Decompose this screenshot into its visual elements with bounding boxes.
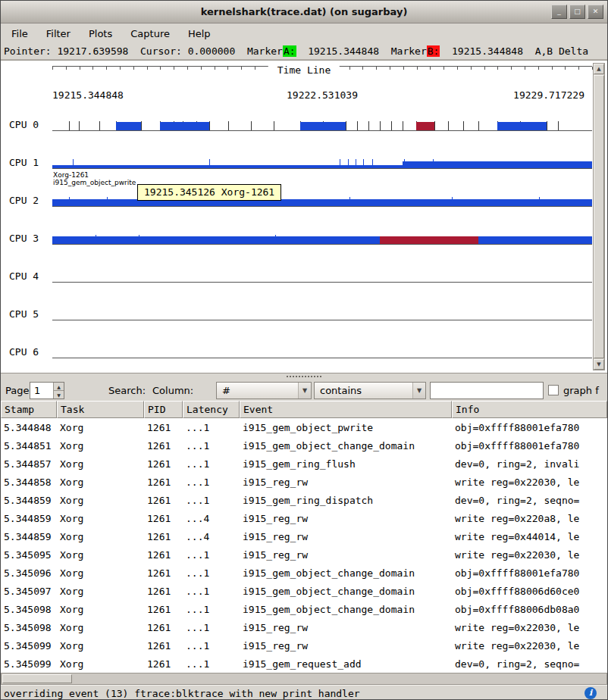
page-spinner[interactable]: 1 ▲ ▼ [30, 382, 64, 399]
table-cell: i915_gem_ring_flush [240, 455, 452, 473]
table-cell: 5.345099 [1, 636, 57, 655]
spinner-buttons: ▲ ▼ [53, 383, 64, 398]
event-tick [209, 121, 210, 130]
info-icon[interactable]: i [584, 687, 597, 699]
ruler-tick [201, 67, 202, 70]
table-cell: 5.345096 [1, 564, 57, 582]
table-cell: Xorg [57, 618, 144, 636]
table-row[interactable]: 5.344851Xorg1261...1i915_gem_object_chan… [1, 436, 607, 455]
table-cell: i915_gem_object_change_domain [240, 582, 452, 600]
graph-follows-checkbox[interactable] [548, 385, 559, 395]
column-header-info[interactable]: Info [452, 401, 607, 418]
table-cell: Xorg [57, 582, 144, 600]
ruler-tick [457, 67, 458, 70]
table-cell: write reg=0x44014, le [452, 527, 607, 545]
menubar: FileFilterPlotsCaptureHelp [1, 23, 607, 43]
cpu-track-0[interactable] [52, 103, 592, 141]
close-button[interactable]: ✕ [588, 5, 603, 19]
timeline-graph-panel: Time Line 19215.344848 19222.531039 1922… [1, 60, 607, 373]
page-label: Page [5, 385, 29, 396]
table-row[interactable]: 5.344859Xorg1261...4i915_reg_rwwrite reg… [1, 509, 607, 527]
maximize-button[interactable]: □ [569, 5, 585, 19]
match-select[interactable]: contains ▼ [314, 382, 426, 399]
table-row[interactable]: 5.345096Xorg1261...1i915_gem_object_chan… [1, 564, 607, 582]
column-select[interactable]: # ▼ [216, 382, 312, 399]
event-tick [357, 121, 358, 130]
scrollbar-thumb[interactable] [2, 674, 72, 683]
table-row[interactable]: 5.345095Xorg1261...1i915_reg_rwwrite reg… [1, 545, 607, 564]
cpu-track-6[interactable] [52, 330, 592, 368]
table-row[interactable]: 5.344859Xorg1261...4i915_reg_rwwrite reg… [1, 527, 607, 545]
cpu-baseline [52, 358, 592, 358]
table-cell: 5.344848 [1, 418, 57, 436]
search-input[interactable] [430, 382, 544, 399]
cpu-band-1: CPU 1 [1, 141, 607, 179]
table-row[interactable]: 5.344858Xorg1261...1i915_reg_rwwrite reg… [1, 473, 607, 491]
column-header-event[interactable]: Event [240, 401, 452, 418]
column-header-stamp[interactable]: Stamp [1, 401, 57, 418]
menu-item-filter[interactable]: Filter [40, 26, 77, 42]
minimize-button[interactable]: _ [551, 5, 567, 19]
table-row[interactable]: 5.344857Xorg1261...1i915_gem_ring_flushd… [1, 455, 607, 473]
pane-splitter[interactable] [1, 373, 607, 380]
cpu-track-5[interactable] [52, 292, 592, 330]
table-cell: write reg=0x22030, le [452, 618, 607, 636]
column-header-latency[interactable]: Latency [183, 401, 240, 418]
cpu-baseline [52, 282, 592, 283]
cpu-track-1[interactable] [52, 141, 592, 179]
event-tick [380, 121, 381, 130]
cpu-track-4[interactable] [52, 255, 592, 292]
table-cell: 1261 [144, 582, 183, 600]
table-cell: ...1 [183, 600, 240, 618]
column-header-pid[interactable]: PID [144, 401, 183, 418]
search-label: Search: [108, 385, 146, 396]
table-row[interactable]: 5.345099Xorg1261...1i915_gem_request_add… [1, 655, 607, 673]
spin-up-icon[interactable]: ▲ [54, 383, 64, 390]
pointer-marker-bar: Pointer: 19217.639598 Cursor: 0.000000 M… [1, 43, 607, 60]
table-cell: Xorg [57, 527, 144, 545]
cpu-baseline [52, 244, 592, 245]
table-horizontal-scrollbar[interactable] [1, 673, 607, 685]
table-row[interactable]: 5.345098Xorg1261...1i915_reg_rwwrite reg… [1, 618, 607, 636]
table-cell: Xorg [57, 636, 144, 655]
column-label: Column: [152, 385, 193, 396]
splitter-handle-icon[interactable] [287, 376, 321, 377]
event-tick [478, 121, 479, 130]
marker-a-chip: A: [283, 45, 296, 57]
table-row[interactable]: 5.345098Xorg1261...1i915_gem_object_chan… [1, 600, 607, 618]
table-cell: 5.345098 [1, 618, 57, 636]
event-tick [346, 121, 346, 130]
table-row[interactable]: 5.344848Xorg1261...1i915_gem_object_pwri… [1, 418, 607, 436]
table-cell: 5.345098 [1, 600, 57, 618]
menu-item-plots[interactable]: Plots [83, 26, 118, 42]
ruler-tick [241, 67, 242, 70]
menu-item-file[interactable]: File [5, 26, 34, 42]
menu-item-capture[interactable]: Capture [124, 26, 176, 42]
ruler-tick [362, 67, 363, 70]
scroll-down-icon[interactable]: ▼ [594, 359, 604, 370]
ruler-tick [255, 67, 255, 70]
table-cell: write reg=0x22030, le [452, 473, 607, 491]
table-row[interactable]: 5.344859Xorg1261...1i915_gem_ring_dispat… [1, 491, 607, 509]
cpu-track-3[interactable] [52, 217, 592, 255]
ruler-tick [66, 67, 67, 70]
hover-event-label: i915_gem_object_pwrite [53, 179, 136, 186]
scrollbar-thumb[interactable] [594, 75, 604, 358]
chevron-down-icon[interactable]: ▼ [412, 383, 425, 398]
table-cell: Xorg [57, 455, 144, 473]
ruler-tick [52, 67, 53, 70]
table-row[interactable]: 5.345097Xorg1261...1i915_gem_object_chan… [1, 582, 607, 600]
table-row[interactable]: 5.345099Xorg1261...1i915_reg_rwwrite reg… [1, 636, 607, 655]
titlebar[interactable]: kernelshark(trace.dat) (on sugarbay) _□✕ [1, 1, 607, 23]
column-header-task[interactable]: Task [57, 401, 144, 418]
ruler-tick [511, 67, 512, 70]
spin-down-icon[interactable]: ▼ [54, 390, 64, 398]
table-cell: ...4 [183, 509, 240, 527]
scroll-up-icon[interactable]: ▲ [594, 64, 604, 74]
table-cell: i915_reg_rw [240, 509, 452, 527]
chevron-down-icon[interactable]: ▼ [298, 383, 311, 398]
table-cell: i915_reg_rw [240, 473, 452, 491]
menu-item-help[interactable]: Help [182, 26, 217, 42]
graph-vertical-scrollbar[interactable]: ▲ ▼ [593, 63, 605, 370]
page-value[interactable]: 1 [30, 383, 53, 398]
